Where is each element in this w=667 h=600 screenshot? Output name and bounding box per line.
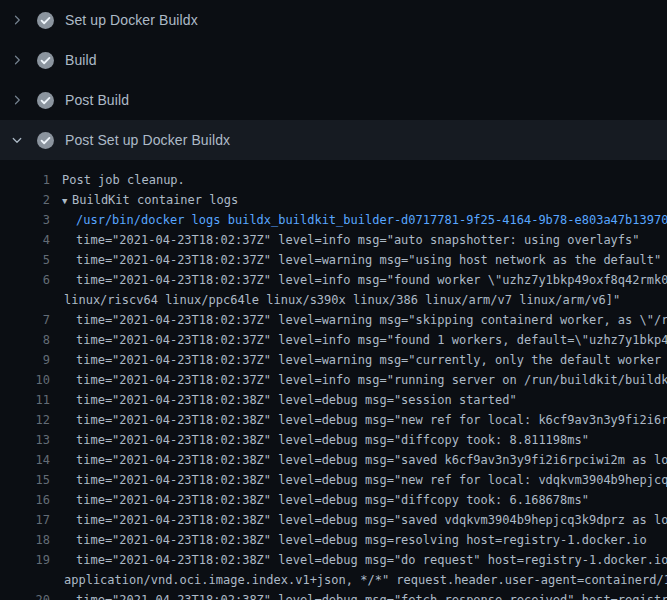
log-line-text: time="2021-04-23T18:02:37Z" level=info m… xyxy=(50,230,640,250)
log-line-number[interactable]: 4 xyxy=(0,230,50,250)
log-line-number[interactable]: 19 xyxy=(0,550,50,570)
log-line-text: linux/riscv64 linux/ppc64le linux/s390x … xyxy=(50,290,620,310)
log-line-command-link[interactable]: /usr/bin/docker logs buildx_buildkit_bui… xyxy=(50,210,667,230)
check-circle-icon xyxy=(36,131,54,149)
workflow-step-list: Set up Docker Buildx Build P xyxy=(0,0,667,160)
log-line-text: time="2021-04-23T18:02:37Z" level=info m… xyxy=(50,370,667,390)
log-line-text: time="2021-04-23T18:02:37Z" level=info m… xyxy=(50,330,667,350)
log-line-continuation: linux/riscv64 linux/ppc64le linux/s390x … xyxy=(0,290,667,310)
log-group-wrapper: ▼BuildKit container logs xyxy=(50,190,238,210)
log-line: 1 Post job cleanup. xyxy=(0,170,667,190)
log-line: 17 time="2021-04-23T18:02:38Z" level=deb… xyxy=(0,510,667,530)
step-row-build[interactable]: Build xyxy=(0,40,667,80)
log-line-text: time="2021-04-23T18:02:37Z" level=info m… xyxy=(50,270,667,290)
log-line-text: time="2021-04-23T18:02:37Z" level=warnin… xyxy=(50,250,661,270)
step-label: Build xyxy=(65,52,97,68)
log-line: 9 time="2021-04-23T18:02:37Z" level=warn… xyxy=(0,350,667,370)
log-line-number[interactable]: 17 xyxy=(0,510,50,530)
log-line-number[interactable]: 5 xyxy=(0,250,50,270)
chevron-right-icon[interactable] xyxy=(6,54,28,66)
log-line-text: time="2021-04-23T18:02:38Z" level=debug … xyxy=(50,390,517,410)
log-line: 7 time="2021-04-23T18:02:37Z" level=warn… xyxy=(0,310,667,330)
log-line-number[interactable]: 13 xyxy=(0,430,50,450)
log-line: 11 time="2021-04-23T18:02:38Z" level=deb… xyxy=(0,390,667,410)
check-circle-icon xyxy=(36,11,54,29)
chevron-down-icon[interactable] xyxy=(6,134,28,146)
log-line-number[interactable]: 18 xyxy=(0,530,50,550)
log-line: 12 time="2021-04-23T18:02:38Z" level=deb… xyxy=(0,410,667,430)
log-line: 14 time="2021-04-23T18:02:38Z" level=deb… xyxy=(0,450,667,470)
log-line-number[interactable]: 8 xyxy=(0,330,50,350)
log-line-text: time="2021-04-23T18:02:38Z" level=debug … xyxy=(50,510,667,530)
log-line-text: time="2021-04-23T18:02:38Z" level=debug … xyxy=(50,550,667,570)
log-line: 10 time="2021-04-23T18:02:37Z" level=inf… xyxy=(0,370,667,390)
step-label: Post Set up Docker Buildx xyxy=(65,132,230,148)
log-line-text: time="2021-04-23T18:02:37Z" level=warnin… xyxy=(50,310,667,330)
log-line: 8 time="2021-04-23T18:02:37Z" level=info… xyxy=(0,330,667,350)
log-line-text: time="2021-04-23T18:02:38Z" level=debug … xyxy=(50,530,647,550)
log-line-number[interactable]: 6 xyxy=(0,270,50,290)
log-line: 19 time="2021-04-23T18:02:38Z" level=deb… xyxy=(0,550,667,570)
log-line: 16 time="2021-04-23T18:02:38Z" level=deb… xyxy=(0,490,667,510)
log-line-text: time="2021-04-23T18:02:37Z" level=warnin… xyxy=(50,350,667,370)
log-line-text: application/vnd.oci.image.index.v1+json,… xyxy=(50,570,667,590)
log-line: 3 /usr/bin/docker logs buildx_buildkit_b… xyxy=(0,210,667,230)
log-line: 5 time="2021-04-23T18:02:37Z" level=warn… xyxy=(0,250,667,270)
log-line-number[interactable]: 16 xyxy=(0,490,50,510)
log-line-number[interactable]: 14 xyxy=(0,450,50,470)
log-line-number[interactable]: 12 xyxy=(0,410,50,430)
log-line-number[interactable]: 2 xyxy=(0,190,50,210)
log-line-number[interactable]: 7 xyxy=(0,310,50,330)
log-line-text: time="2021-04-23T18:02:38Z" level=debug … xyxy=(50,430,589,450)
log-line-text: BuildKit container logs xyxy=(72,193,238,207)
log-line-number[interactable]: 20 xyxy=(0,590,50,600)
chevron-right-icon[interactable] xyxy=(6,94,28,106)
log-line-continuation: application/vnd.oci.image.index.v1+json,… xyxy=(0,570,667,590)
log-line-number[interactable]: 10 xyxy=(0,370,50,390)
triangle-down-icon[interactable]: ▼ xyxy=(62,191,72,211)
step-row-post-set-up-docker-buildx[interactable]: Post Set up Docker Buildx xyxy=(0,120,667,160)
log-line-number[interactable]: 11 xyxy=(0,390,50,410)
log-line: 20 time="2021-04-23T18:02:38Z" level=deb… xyxy=(0,590,667,600)
check-circle-icon xyxy=(36,91,54,109)
log-output[interactable]: 1 Post job cleanup. 2 ▼BuildKit containe… xyxy=(0,160,667,600)
step-label: Set up Docker Buildx xyxy=(65,12,198,28)
log-line: 4 time="2021-04-23T18:02:37Z" level=info… xyxy=(0,230,667,250)
step-label: Post Build xyxy=(65,92,129,108)
log-line-text: Post job cleanup. xyxy=(50,170,185,190)
log-line: 15 time="2021-04-23T18:02:38Z" level=deb… xyxy=(0,470,667,490)
step-row-set-up-docker-buildx[interactable]: Set up Docker Buildx xyxy=(0,0,667,40)
log-line-text: time="2021-04-23T18:02:38Z" level=debug … xyxy=(50,590,667,600)
log-line-number[interactable]: 15 xyxy=(0,470,50,490)
log-line: 6 time="2021-04-23T18:02:37Z" level=info… xyxy=(0,270,667,290)
check-circle-icon xyxy=(36,51,54,69)
log-line-number[interactable]: 9 xyxy=(0,350,50,370)
log-line-number[interactable]: 3 xyxy=(0,210,50,230)
log-line-text: time="2021-04-23T18:02:38Z" level=debug … xyxy=(50,450,667,470)
log-line: 13 time="2021-04-23T18:02:38Z" level=deb… xyxy=(0,430,667,450)
step-row-post-build[interactable]: Post Build xyxy=(0,80,667,120)
log-line-text: time="2021-04-23T18:02:38Z" level=debug … xyxy=(50,410,667,430)
log-line-text: time="2021-04-23T18:02:38Z" level=debug … xyxy=(50,490,589,510)
chevron-right-icon[interactable] xyxy=(6,14,28,26)
log-line: 18 time="2021-04-23T18:02:38Z" level=deb… xyxy=(0,530,667,550)
log-line-text: time="2021-04-23T18:02:38Z" level=debug … xyxy=(50,470,667,490)
log-line-number[interactable]: 1 xyxy=(0,170,50,190)
log-line-group-header[interactable]: 2 ▼BuildKit container logs xyxy=(0,190,667,210)
